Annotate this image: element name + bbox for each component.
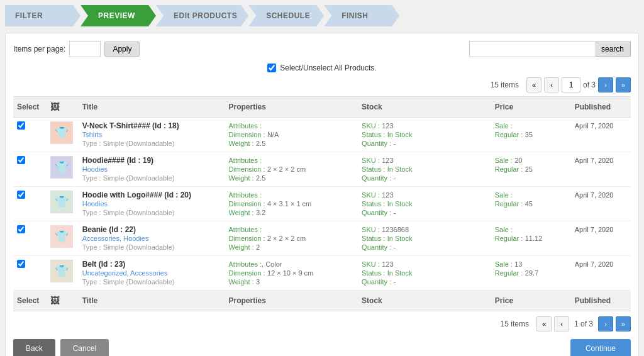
row-checkbox-cell — [13, 152, 47, 187]
pag-bottom-last-btn[interactable]: » — [616, 316, 631, 331]
wizard-step-finish[interactable]: FINISH — [324, 5, 399, 26]
wizard-step-filter[interactable]: FILTER — [5, 5, 80, 26]
select-all-row: Select/Unselect All Products. — [13, 64, 631, 72]
cancel-button[interactable]: Cancel — [60, 339, 109, 356]
quantity-label: Quantity : — [362, 278, 391, 286]
row-price-cell: Sale : Regular : 45 — [491, 187, 571, 221]
tf-price: Price — [491, 291, 571, 311]
row-props-cell: Attributes : Dimension : 2 × 2 × 2 cm We… — [225, 152, 358, 187]
product-category[interactable]: Hoodies — [82, 165, 108, 173]
search-button[interactable]: search — [595, 42, 631, 57]
product-type: Type : Simple (Downloadable) — [82, 209, 175, 216]
attributes-label: Attributes : — [228, 226, 262, 233]
row-stock-cell: SKU : 123 Status : In Stock Quantity : - — [358, 187, 491, 221]
dimension-label: Dimension : — [228, 131, 265, 138]
sale-label: Sale : — [495, 157, 513, 164]
wizard-step-edit-products-label: EDIt PRODUCTS — [174, 11, 237, 20]
wizard-step-preview[interactable]: PREVIEW — [80, 5, 156, 26]
status-label: Status : — [362, 131, 385, 138]
quantity-value: - — [394, 243, 396, 251]
pag-bottom-next-btn[interactable]: › — [598, 316, 613, 331]
product-title: V-Neck T-Shirt#### (Id : 18) — [82, 121, 221, 130]
row-price-cell: Sale : 13 Regular : 29.7 — [491, 256, 571, 291]
product-title: Beanie (Id : 22) — [82, 225, 221, 234]
status-value: In Stock — [387, 235, 413, 242]
product-image: 👕 — [50, 121, 73, 144]
row-checkbox-3[interactable] — [17, 225, 25, 233]
product-image: 👕 — [50, 225, 73, 248]
weight-label: Weight : — [228, 140, 253, 147]
product-title: Belt (Id : 23) — [82, 260, 221, 269]
row-checkbox-cell — [13, 118, 47, 152]
th-stock: Stock — [358, 97, 491, 118]
apply-button[interactable]: Apply — [104, 42, 140, 57]
items-per-page-label: Items per page: — [13, 45, 65, 53]
product-img-placeholder: 👕 — [55, 230, 69, 243]
dimension-label: Dimension : — [228, 165, 265, 173]
top-controls: Items per page: Apply search — [13, 41, 631, 57]
pag-prev-btn[interactable]: ‹ — [544, 77, 559, 92]
regular-value: 35 — [525, 131, 533, 138]
row-pub-cell: April 7, 2020 — [571, 187, 631, 221]
sku-label: SKU : — [362, 122, 380, 130]
continue-button[interactable]: Continue — [570, 339, 631, 356]
product-img-placeholder: 👕 — [55, 195, 69, 209]
regular-value: 11.12 — [525, 235, 543, 242]
row-checkbox-0[interactable] — [17, 121, 25, 130]
pag-page-input[interactable] — [562, 77, 580, 92]
weight-value: 3 — [256, 278, 260, 286]
sale-value: 13 — [514, 260, 522, 268]
product-category[interactable]: Uncategorized, Accessories — [82, 269, 168, 277]
select-all-label: Select/Unselect All Products. — [280, 64, 376, 72]
product-img-placeholder: 👕 — [55, 264, 69, 278]
row-checkbox-4[interactable] — [17, 260, 25, 268]
dimension-value: 12 × 10 × 9 cm — [267, 269, 313, 277]
pag-next-btn[interactable]: › — [598, 77, 613, 92]
row-stock-cell: SKU : 123 Status : In Stock Quantity : - — [358, 118, 491, 152]
search-input[interactable] — [469, 41, 595, 57]
items-per-page-input[interactable] — [69, 41, 101, 57]
pag-bottom-first-btn[interactable]: « — [536, 316, 552, 331]
product-type: Type : Simple (Downloadable) — [82, 174, 175, 182]
published-date: April 7, 2020 — [575, 260, 614, 268]
product-category[interactable]: Accessories, Hoodies — [82, 235, 149, 242]
row-stock-cell: SKU : 123 Status : In Stock Quantity : - — [358, 152, 491, 187]
wizard-step-schedule[interactable]: SCHEDULE — [248, 5, 324, 26]
image-icon: 🖼 — [50, 102, 59, 112]
product-img-placeholder: 👕 — [55, 160, 69, 174]
table-header-row: Select 🖼 Title Properties Stock Price Pu… — [13, 97, 631, 118]
weight-value: 2.5 — [256, 140, 265, 147]
quantity-label: Quantity : — [362, 209, 391, 216]
quantity-value: - — [394, 278, 396, 286]
row-checkbox-1[interactable] — [17, 156, 25, 164]
sku-value: 123 — [382, 122, 393, 130]
row-img-cell: 👕 — [47, 118, 79, 152]
row-pub-cell: April 7, 2020 — [571, 256, 631, 291]
weight-value: 2 — [256, 243, 260, 251]
regular-label: Regular : — [495, 269, 523, 277]
product-category[interactable]: Hoodies — [82, 200, 108, 208]
pag-bottom-prev-btn[interactable]: ‹ — [554, 316, 569, 331]
pagination-bottom: 15 items « ‹ 1 of 3 › » — [13, 316, 631, 331]
select-all-checkbox[interactable] — [267, 64, 276, 72]
sku-value: 1236868 — [382, 226, 409, 233]
quantity-label: Quantity : — [362, 243, 391, 251]
pag-first-btn[interactable]: « — [526, 77, 541, 92]
tf-select: Select — [13, 291, 47, 311]
sale-label: Sale : — [495, 260, 513, 268]
product-type: Type : Simple (Downloadable) — [82, 243, 175, 251]
quantity-value: - — [394, 140, 396, 147]
wizard-step-filter-label: FILTER — [15, 11, 43, 20]
published-date: April 7, 2020 — [575, 122, 614, 130]
wizard-step-edit-products[interactable]: EDIt PRODUCTS — [156, 5, 248, 26]
back-button[interactable]: Back — [13, 339, 55, 356]
quantity-value: - — [394, 209, 396, 216]
status-value: In Stock — [387, 200, 413, 208]
dimension-label: Dimension : — [228, 235, 265, 242]
row-checkbox-cell — [13, 221, 47, 256]
row-title-cell: Hoodie#### (Id : 19) Hoodies Type : Simp… — [79, 152, 225, 187]
product-category[interactable]: Tshirts — [82, 131, 103, 138]
quantity-label: Quantity : — [362, 174, 391, 182]
row-checkbox-2[interactable] — [17, 191, 25, 199]
pag-last-btn[interactable]: » — [616, 77, 631, 92]
